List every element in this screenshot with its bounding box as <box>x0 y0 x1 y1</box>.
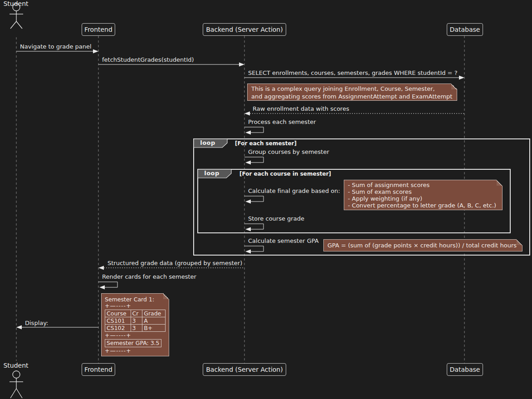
message-display: Display: <box>25 320 48 326</box>
message-calc-gpa: Calculate semester GPA <box>248 237 319 244</box>
participant-frontend-label: Frontend <box>84 26 112 33</box>
cell-cr: 3 <box>131 317 142 325</box>
message-process: Process each semester <box>248 118 316 125</box>
note-fold-icon <box>497 180 503 186</box>
message-calc-grade: Calculate final grade based on: <box>248 187 340 194</box>
col-course: Course <box>105 310 131 317</box>
cell-course: CS101 <box>105 317 131 325</box>
note-calc-line: - Convert percentage to letter grade (A,… <box>348 202 498 209</box>
message-raw-data: Raw enrollment data with scores <box>253 105 349 112</box>
participant-backend-bottom: Backend (Server Action) <box>203 363 286 376</box>
arrow-self-render <box>98 282 117 287</box>
col-cr: Cr <box>131 310 142 317</box>
note-semester-card: Semester Card 1: +—----+ Course Cr Grade… <box>101 293 169 356</box>
note-fold-icon <box>517 239 522 245</box>
arrow-self-process <box>244 127 264 133</box>
arrow-self-group <box>244 157 264 163</box>
note-gpa-text: GPA = (sum of (grade points × credit hou… <box>327 241 518 249</box>
participant-database-top: Database <box>447 23 483 36</box>
cell-grade: B+ <box>142 325 166 332</box>
loop-inner-condition: [For each course in semester] <box>239 171 331 177</box>
note-calc-line: - Apply weighting (if any) <box>348 195 498 202</box>
message-render: Render cards for each semester <box>102 273 196 280</box>
loop-inner-keyword: loop <box>198 170 226 177</box>
participant-student-bottom: Student <box>0 362 32 369</box>
actor-icon-student-top <box>10 4 23 29</box>
loop-outer-condition: [For each semester] <box>235 140 297 147</box>
card-gpa: Semester GPA: 3.5 <box>105 339 161 347</box>
message-store: Store course grade <box>248 215 304 222</box>
note-grade-calculation: - Sum of assignment scores - Sum of exam… <box>344 180 503 210</box>
participant-database-bottom: Database <box>447 363 483 376</box>
loop-outer-keyword: loop <box>194 139 222 146</box>
note-query-line1: This is a complex query joining Enrollme… <box>251 85 453 93</box>
participant-database-label: Database <box>450 26 480 33</box>
message-structured: Structured grade data (grouped by semest… <box>107 260 242 266</box>
cell-grade: A <box>142 317 166 325</box>
participant-frontend-top: Frontend <box>82 23 115 36</box>
actor-icon-student-bottom <box>10 371 23 398</box>
card-separator: +—----+ <box>105 332 166 339</box>
card-separator: +—----+ <box>105 348 166 354</box>
arrow-self-calc-gpa <box>244 246 264 251</box>
cell-course: CS102 <box>105 325 131 332</box>
participant-student-top: Student <box>0 0 32 7</box>
note-calc-line: - Sum of assignment scores <box>348 182 498 188</box>
note-complex-query: This is a complex query joining Enrollme… <box>247 84 457 101</box>
participant-backend-label: Backend (Server Action) <box>206 26 283 33</box>
table-row: CS101 3 A <box>105 317 166 325</box>
note-query-line2: and aggregating scores from AssignmentAt… <box>251 93 453 100</box>
message-select: SELECT enrollments, courses, semesters, … <box>248 69 458 76</box>
arrow-self-calc-grade <box>244 196 264 202</box>
message-navigate: Navigate to grade panel <box>20 43 92 50</box>
card-separator: +—----+ <box>105 303 166 309</box>
note-fold-icon <box>451 84 457 89</box>
note-fold-icon <box>163 293 169 299</box>
message-group: Group courses by semester <box>248 148 329 155</box>
card-grades-table: Course Cr Grade CS101 3 A CS102 3 B+ <box>105 310 166 332</box>
table-row: CS102 3 B+ <box>105 325 166 332</box>
participant-frontend-bottom: Frontend <box>82 363 115 376</box>
participant-database-label: Database <box>450 366 480 373</box>
note-calc-line: - Sum of exam scores <box>348 188 498 195</box>
sequence-diagram: Student Frontend Backend (Server Action)… <box>0 0 532 399</box>
arrow-self-store <box>244 224 264 229</box>
cell-cr: 3 <box>131 325 142 332</box>
card-title: Semester Card 1: <box>105 296 166 303</box>
participant-backend-label: Backend (Server Action) <box>206 366 283 373</box>
table-header-row: Course Cr Grade <box>105 310 166 317</box>
participant-frontend-label: Frontend <box>84 366 112 373</box>
message-fetch: fetchStudentGrades(studentId) <box>102 56 194 63</box>
col-grade: Grade <box>142 310 166 317</box>
participant-backend-top: Backend (Server Action) <box>203 23 286 36</box>
note-gpa-formula: GPA = (sum of (grade points × credit hou… <box>323 239 522 251</box>
